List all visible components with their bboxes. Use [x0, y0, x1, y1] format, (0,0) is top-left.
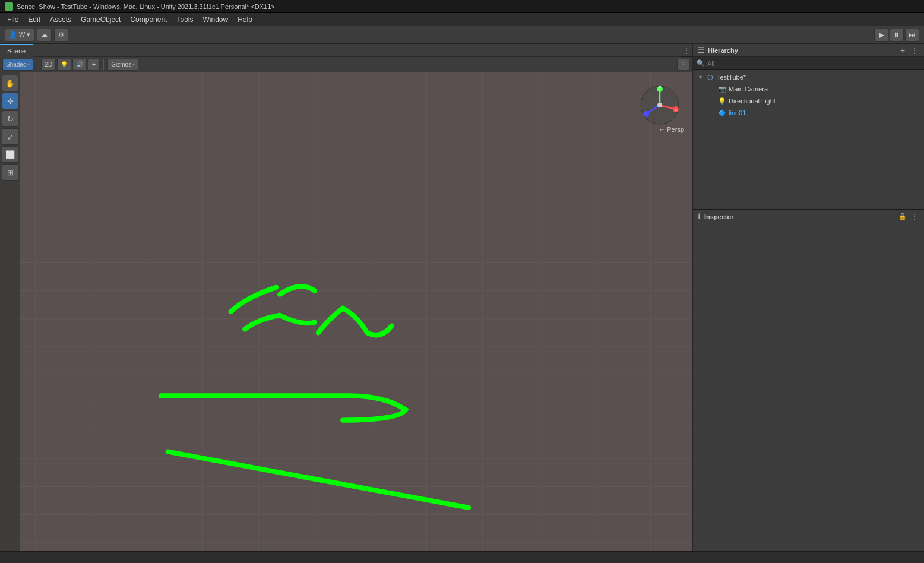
- cloud-icon: ☁: [41, 31, 48, 39]
- scene-tab[interactable]: Scene: [0, 44, 33, 57]
- sep2: [103, 59, 104, 70]
- hierarchy-item-testtube[interactable]: ▼ ⬡ TestTube*: [693, 71, 924, 83]
- pause-button[interactable]: ⏸: [890, 29, 904, 42]
- scene-icon: ⬡: [706, 74, 714, 81]
- scale-tool[interactable]: ⤢: [2, 128, 18, 145]
- hand-tool[interactable]: ✋: [2, 75, 18, 91]
- gizmos-dropdown[interactable]: Gizmos ▾: [107, 59, 138, 71]
- inspector-actions: 🔒 ⋮: [898, 212, 919, 222]
- object-icon: 🔷: [718, 109, 726, 117]
- search-icon: 🔍: [697, 59, 705, 67]
- inspector-header: ℹ Inspector 🔒 ⋮: [693, 210, 924, 223]
- menu-window[interactable]: Window: [198, 14, 233, 25]
- svg-point-35: [657, 103, 662, 107]
- light-icon: 💡: [718, 97, 726, 105]
- play-button[interactable]: ▶: [874, 29, 888, 42]
- item-label: Directional Light: [729, 97, 776, 105]
- shading-arrow: ▾: [27, 62, 30, 67]
- inspector-label: Inspector: [704, 213, 734, 220]
- hierarchy-item-dirlight[interactable]: 💡 Directional Light: [693, 95, 924, 107]
- scene-tabs: Scene ⋮: [0, 44, 692, 57]
- svg-text:x: x: [675, 107, 677, 112]
- right-panel: ☰ Hierarchy + ⋮ 🔍 ▼ ⬡ TestTube*: [692, 44, 924, 551]
- menu-assets[interactable]: Assets: [45, 14, 76, 25]
- cloud-button[interactable]: ☁: [37, 29, 52, 42]
- item-label: line01: [729, 109, 746, 116]
- item-label: Main Camera: [729, 86, 768, 93]
- scene-viewport[interactable]: ✋ ✛ ↻ ⤢ ⬜ ⊞ y x: [0, 72, 692, 551]
- effects-toggle[interactable]: ✦: [88, 59, 100, 71]
- sep1: [37, 59, 37, 70]
- inspector-menu-button[interactable]: ⋮: [910, 212, 919, 222]
- 2d-label: 2D: [45, 61, 52, 68]
- tool-sidebar: ✋ ✛ ↻ ⤢ ⬜ ⊞: [0, 72, 20, 551]
- gizmos-arrow: ▾: [132, 62, 135, 67]
- account-button[interactable]: 👤 W ▾: [5, 29, 34, 42]
- title-bar: Sence_Show - TestTube - Windows, Mac, Li…: [0, 0, 924, 13]
- hierarchy-item-line01[interactable]: 🔷 line01: [693, 107, 924, 119]
- hierarchy-label: Hierarchy: [708, 47, 738, 54]
- hierarchy-tree: ▼ ⬡ TestTube* 📷 Main Camera 💡 Directiona: [693, 70, 924, 209]
- hierarchy-add-button[interactable]: +: [898, 46, 907, 55]
- rotate-tool[interactable]: ↻: [2, 110, 18, 127]
- light-toggle[interactable]: 💡: [57, 59, 71, 71]
- hierarchy-search-input[interactable]: [707, 60, 920, 67]
- light-icon: 💡: [61, 61, 68, 68]
- menu-edit[interactable]: Edit: [23, 14, 45, 25]
- menu-gameobject[interactable]: GameObject: [76, 14, 125, 25]
- menu-component[interactable]: Component: [125, 14, 172, 25]
- persp-label: ← Persp: [659, 126, 684, 133]
- scene-container: Scene ⋮ Shaded ▾ 2D 💡 🔊 ✦: [0, 44, 692, 551]
- account-icon: 👤: [9, 31, 17, 39]
- 2d-toggle[interactable]: 2D: [41, 59, 56, 71]
- title-text: Sence_Show - TestTube - Windows, Mac, Li…: [17, 3, 275, 10]
- inspector-content: [693, 223, 924, 551]
- play-icon: ▶: [879, 31, 884, 39]
- hierarchy-menu-button[interactable]: ⋮: [910, 46, 919, 55]
- inspector-lock-button[interactable]: 🔒: [898, 212, 907, 222]
- main-layout: Scene ⋮ Shaded ▾ 2D 💡 🔊 ✦: [0, 44, 924, 551]
- svg-text:y: y: [659, 84, 661, 90]
- settings-button[interactable]: ⚙: [54, 29, 68, 42]
- camera-icon: 📷: [718, 86, 726, 93]
- pause-icon: ⏸: [893, 31, 900, 39]
- step-icon: ⏭: [909, 31, 916, 39]
- menu-file[interactable]: File: [2, 14, 23, 25]
- scene-toolbar: Shaded ▾ 2D 💡 🔊 ✦ Gizmos ▾ ⋮: [0, 57, 692, 72]
- svg-point-34: [643, 111, 649, 117]
- scene-more-btn[interactable]: ⋮: [681, 44, 692, 57]
- hierarchy-actions: + ⋮: [898, 46, 919, 55]
- hierarchy-panel: ☰ Hierarchy + ⋮ 🔍 ▼ ⬡ TestTube*: [693, 44, 924, 210]
- menu-bar: File Edit Assets GameObject Component To…: [0, 13, 924, 26]
- settings-icon: ⚙: [58, 31, 64, 39]
- hierarchy-search-bar: 🔍: [693, 57, 924, 70]
- effects-icon: ✦: [91, 61, 96, 68]
- hierarchy-item-maincamera[interactable]: 📷 Main Camera: [693, 83, 924, 95]
- hierarchy-header: ☰ Hierarchy + ⋮: [693, 44, 924, 57]
- play-controls: ▶ ⏸ ⏭: [874, 29, 919, 42]
- audio-toggle[interactable]: 🔊: [72, 59, 87, 71]
- main-toolbar: 👤 W ▾ ☁ ⚙ ▶ ⏸ ⏭: [0, 26, 924, 44]
- step-button[interactable]: ⏭: [905, 29, 919, 42]
- inspector-panel: ℹ Inspector 🔒 ⋮: [693, 210, 924, 551]
- audio-icon: 🔊: [76, 61, 83, 68]
- unity-icon: [5, 2, 13, 11]
- move-tool[interactable]: ✛: [2, 93, 18, 109]
- scene-tab-label: Scene: [7, 48, 26, 55]
- status-bar: [0, 551, 924, 563]
- hierarchy-icon: ☰: [698, 46, 704, 55]
- expand-arrow: ▼: [698, 74, 704, 80]
- scene-svg: [0, 72, 692, 551]
- scene-gizmo[interactable]: y x: [639, 84, 681, 126]
- gizmo-svg: y x: [639, 84, 681, 126]
- menu-tools[interactable]: Tools: [172, 14, 198, 25]
- menu-help[interactable]: Help: [233, 14, 257, 25]
- item-label: TestTube*: [717, 74, 746, 81]
- rect-tool[interactable]: ⬜: [2, 146, 18, 163]
- transform-tool[interactable]: ⊞: [2, 164, 18, 181]
- shading-dropdown[interactable]: Shaded ▾: [2, 59, 33, 71]
- gizmos-label: Gizmos: [111, 61, 131, 68]
- shading-label: Shaded: [6, 61, 26, 68]
- inspector-icon: ℹ: [698, 213, 701, 221]
- scene-more-options[interactable]: ⋮: [677, 59, 690, 71]
